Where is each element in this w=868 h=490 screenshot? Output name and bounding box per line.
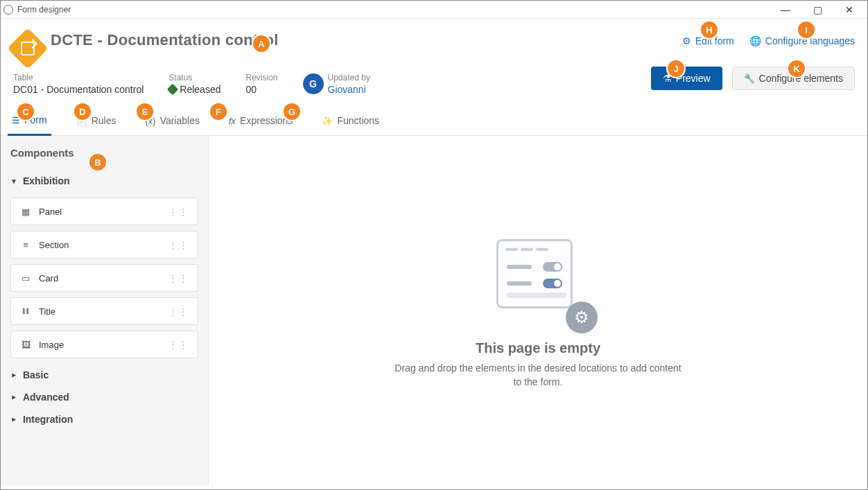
annotation-F: F bbox=[210, 103, 227, 120]
caret-right-icon: ▼ bbox=[10, 416, 17, 423]
group-exhibition-label: Exhibition bbox=[23, 175, 70, 186]
caret-right-icon: ▼ bbox=[10, 371, 17, 378]
preview-button[interactable]: Preview bbox=[651, 67, 722, 90]
component-title-label: Title bbox=[39, 306, 55, 317]
meta-table-value: DC01 - Documentation control bbox=[13, 84, 144, 95]
expressions-icon: fx bbox=[229, 116, 236, 126]
body: Components ▼ Exhibition ▦ Panel ⋮⋮ ≡ Sec… bbox=[1, 136, 867, 486]
tab-variables-label: Variables bbox=[160, 115, 200, 126]
group-integration-label: Integration bbox=[23, 414, 73, 425]
annotation-K: K bbox=[788, 60, 805, 77]
annotation-B: B bbox=[89, 154, 106, 170]
annotation-D: D bbox=[74, 103, 91, 120]
empty-state-illustration: ⚙ bbox=[483, 232, 593, 329]
gear-icon bbox=[682, 35, 691, 46]
annotation-E: E bbox=[137, 103, 153, 120]
group-basic-label: Basic bbox=[23, 369, 49, 380]
form-canvas[interactable]: ⚙ This page is empty Drag and drop the e… bbox=[209, 136, 867, 486]
tab-bar: ☰ Form 📄 Rules {x} Variables fx Expressi… bbox=[1, 98, 867, 136]
caret-right-icon: ▼ bbox=[10, 394, 17, 401]
component-section-label: Section bbox=[39, 240, 69, 250]
drag-handle-icon[interactable]: ⋮⋮ bbox=[168, 273, 189, 283]
annotation-G: G bbox=[284, 103, 300, 120]
meta-updated-by: G Updated by Giovanni bbox=[303, 73, 370, 95]
header: DCTE - Documentation control Edit form C… bbox=[1, 19, 867, 63]
meta-table: Table DC01 - Documentation control bbox=[13, 73, 144, 95]
drag-handle-icon[interactable]: ⋮⋮ bbox=[168, 240, 189, 250]
window-close[interactable]: ✕ bbox=[840, 4, 859, 15]
drag-handle-icon[interactable]: ⋮⋮ bbox=[168, 306, 189, 317]
globe-icon bbox=[749, 35, 761, 46]
wrench-icon bbox=[744, 73, 755, 84]
annotation-I: I bbox=[798, 21, 815, 38]
component-panel-label: Panel bbox=[39, 207, 62, 217]
meta-revision-label: Revision bbox=[245, 73, 277, 82]
updated-by-user-link[interactable]: Giovanni bbox=[328, 84, 366, 95]
status-released-icon bbox=[167, 84, 179, 96]
component-section[interactable]: ≡ Section ⋮⋮ bbox=[10, 231, 198, 259]
component-title[interactable]: H Title ⋮⋮ bbox=[10, 297, 198, 325]
components-sidebar: Components ▼ Exhibition ▦ Panel ⋮⋮ ≡ Sec… bbox=[1, 136, 209, 486]
drag-handle-icon[interactable]: ⋮⋮ bbox=[168, 207, 189, 217]
functions-icon: ✨ bbox=[322, 116, 333, 126]
empty-subtitle: Drag and drop the elements in the desire… bbox=[392, 362, 684, 389]
component-card[interactable]: ▭ Card ⋮⋮ bbox=[10, 264, 198, 292]
drag-handle-icon[interactable]: ⋮⋮ bbox=[168, 340, 189, 350]
titlebar: Form designer — ▢ ✕ bbox=[1, 1, 867, 19]
edit-form-label: Edit form bbox=[695, 35, 734, 46]
tab-functions-label: Functions bbox=[337, 115, 379, 126]
annotation-C: C bbox=[17, 103, 34, 120]
card-icon: ▭ bbox=[19, 273, 32, 283]
group-basic[interactable]: ▼ Basic bbox=[10, 364, 198, 386]
group-exhibition[interactable]: ▼ Exhibition bbox=[10, 170, 198, 192]
window-minimize[interactable]: — bbox=[776, 4, 795, 15]
form-designer-icon bbox=[7, 28, 48, 69]
caret-down-icon: ▼ bbox=[10, 177, 17, 185]
window-maximize[interactable]: ▢ bbox=[808, 4, 827, 15]
panel-icon: ▦ bbox=[19, 207, 32, 217]
meta-revision-value: 00 bbox=[245, 84, 277, 95]
component-image-label: Image bbox=[39, 340, 64, 350]
window-title: Form designer bbox=[17, 5, 776, 15]
annotation-A: A bbox=[253, 35, 270, 52]
meta-revision: Revision 00 bbox=[245, 73, 277, 95]
section-icon: ≡ bbox=[19, 240, 32, 250]
gear-overlay-icon: ⚙ bbox=[566, 301, 598, 333]
empty-title: This page is empty bbox=[476, 340, 600, 356]
annotation-J: J bbox=[668, 60, 684, 77]
meta-status-value: Released bbox=[180, 84, 220, 95]
page-title: DCTE - Documentation control bbox=[51, 31, 279, 49]
meta-table-label: Table bbox=[13, 73, 144, 82]
title-icon: H bbox=[19, 306, 32, 317]
group-advanced[interactable]: ▼ Advanced bbox=[10, 386, 198, 408]
avatar: G bbox=[303, 73, 324, 94]
component-image[interactable]: 🖼 Image ⋮⋮ bbox=[10, 331, 198, 358]
meta-status-label: Status bbox=[168, 73, 220, 82]
image-icon: 🖼 bbox=[19, 340, 32, 350]
component-card-label: Card bbox=[39, 273, 58, 283]
meta-status: Status Released bbox=[168, 73, 220, 95]
annotation-H: H bbox=[701, 21, 718, 38]
group-advanced-label: Advanced bbox=[23, 392, 69, 403]
meta-updated-by-label: Updated by bbox=[328, 73, 370, 82]
component-panel[interactable]: ▦ Panel ⋮⋮ bbox=[10, 198, 198, 225]
tab-functions[interactable]: ✨ Functions bbox=[318, 114, 383, 135]
tab-rules-label: Rules bbox=[92, 115, 116, 126]
group-integration[interactable]: ▼ Integration bbox=[10, 408, 198, 430]
app-globe-icon bbox=[3, 5, 13, 15]
